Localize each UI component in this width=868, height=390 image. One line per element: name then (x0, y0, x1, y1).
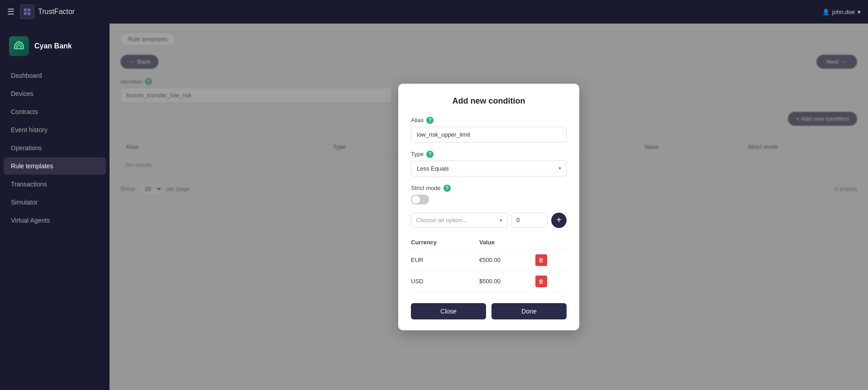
value-usd: $500.00 (479, 271, 535, 292)
type-label: Type ? (411, 151, 567, 158)
type-select-wrap: Less Equals Greater Equals Equals Not Eq… (411, 161, 567, 176)
alias-help-icon[interactable]: ? (426, 117, 434, 124)
svg-rect-2 (24, 12, 27, 15)
sidebar-item-event-history[interactable]: Event history (4, 121, 106, 138)
currency-usd: USD (411, 271, 479, 292)
toggle-knob (412, 195, 420, 204)
alias-label: Alias ? (411, 117, 567, 124)
close-button[interactable]: Close (411, 303, 486, 319)
user-name: john.doe (832, 9, 855, 15)
user-dropdown-icon: ▾ (858, 9, 861, 15)
add-currency-button[interactable]: + (551, 213, 567, 228)
value-col-header: Value (479, 235, 535, 250)
delete-usd-button[interactable]: 🗑 (535, 276, 547, 287)
condition-value-input[interactable] (511, 213, 548, 228)
user-icon: 👤 (822, 9, 830, 15)
delete-usd-icon: 🗑 (535, 276, 547, 287)
brand-logo (9, 36, 29, 56)
sidebar-nav: Dashboard Devices Contracts Event histor… (0, 67, 110, 229)
type-group: Type ? Less Equals Greater Equals Equals… (411, 151, 567, 176)
type-select[interactable]: Less Equals Greater Equals Equals Not Eq… (411, 161, 567, 176)
strict-mode-group: Strict mode ? (411, 185, 567, 205)
sidebar-item-rule-templates[interactable]: Rule templates (4, 157, 106, 175)
condition-select[interactable]: Choose an option... EUR USD (411, 213, 508, 228)
type-help-icon[interactable]: ? (426, 151, 434, 158)
brand-name: Cyan Bank (34, 42, 72, 50)
app-logo (20, 5, 34, 19)
add-condition-modal: Add new condition Alias ? Type ? (398, 84, 579, 330)
sidebar-label-transactions: Transactions (11, 181, 47, 188)
alias-group: Alias ? (411, 117, 567, 143)
sidebar-item-contracts[interactable]: Contracts (4, 103, 106, 120)
strict-mode-help-icon[interactable]: ? (444, 185, 451, 192)
app-logo-wrap: TrustFactor (20, 5, 75, 19)
sidebar-label-contracts: Contracts (11, 108, 38, 115)
sidebar-item-dashboard[interactable]: Dashboard (4, 67, 106, 84)
currency-table: Currency Value EUR €500.00 🗑 (411, 235, 567, 292)
condition-select-wrap: Choose an option... EUR USD ▾ (411, 213, 508, 228)
svg-rect-3 (28, 12, 30, 15)
sidebar-item-devices[interactable]: Devices (4, 85, 106, 102)
currency-row-usd: USD $500.00 🗑 (411, 271, 567, 292)
strict-mode-toggle-wrap (411, 195, 567, 205)
sidebar-item-virtual-agents[interactable]: Virtual Agents (4, 212, 106, 229)
topbar: ☰ TrustFactor 👤 john.doe ▾ (0, 0, 868, 24)
svg-rect-0 (24, 9, 27, 11)
sidebar-label-rule-templates: Rule templates (11, 162, 53, 170)
app-title: TrustFactor (38, 8, 75, 16)
modal-overlay: Add new condition Alias ? Type ? (110, 24, 868, 390)
value-eur: €500.00 (479, 249, 535, 271)
strict-mode-toggle[interactable] (411, 195, 429, 205)
strict-mode-label: Strict mode ? (411, 185, 567, 192)
currency-col-header: Currency (411, 235, 479, 250)
menu-icon[interactable]: ☰ (7, 7, 14, 17)
done-button[interactable]: Done (491, 303, 567, 319)
sidebar-item-simulator[interactable]: Simulator (4, 194, 106, 211)
user-menu[interactable]: 👤 john.doe ▾ (822, 9, 861, 15)
sidebar: Cyan Bank Dashboard Devices Contracts Ev… (0, 24, 110, 390)
sidebar-label-operations: Operations (11, 144, 42, 152)
modal-footer: Close Done (411, 303, 567, 319)
sidebar-item-operations[interactable]: Operations (4, 139, 106, 157)
sidebar-item-transactions[interactable]: Transactions (4, 176, 106, 193)
sidebar-label-devices: Devices (11, 90, 33, 97)
currency-eur: EUR (411, 249, 479, 271)
delete-eur-button[interactable]: 🗑 (535, 254, 547, 266)
sidebar-brand: Cyan Bank (0, 31, 110, 67)
modal-title: Add new condition (411, 96, 567, 106)
condition-row: Choose an option... EUR USD ▾ + (411, 213, 567, 228)
alias-input[interactable] (411, 127, 567, 143)
sidebar-label-virtual-agents: Virtual Agents (11, 217, 50, 224)
svg-rect-1 (28, 9, 30, 11)
content-area: Rule templates ← Back Next → Identifier … (110, 24, 868, 390)
sidebar-label-event-history: Event history (11, 126, 48, 133)
sidebar-label-simulator: Simulator (11, 199, 38, 206)
sidebar-label-dashboard: Dashboard (11, 72, 42, 79)
currency-row-eur: EUR €500.00 🗑 (411, 249, 567, 271)
delete-eur-icon: 🗑 (535, 254, 547, 266)
